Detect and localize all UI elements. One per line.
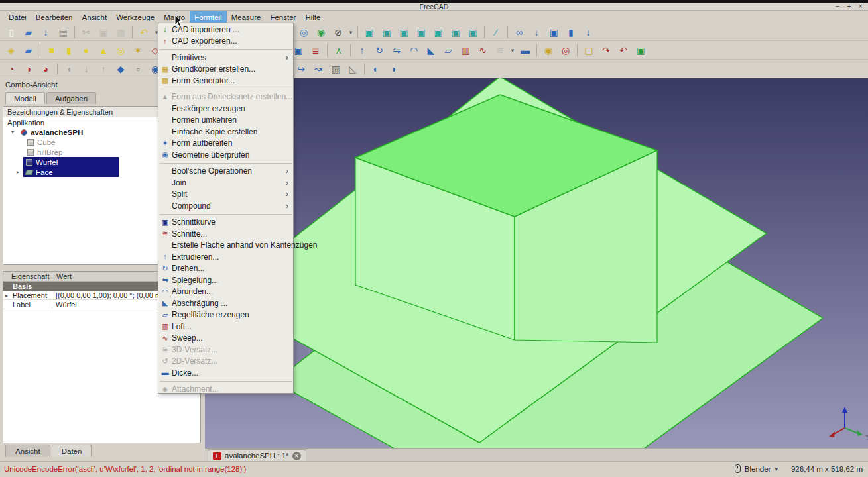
refine-shape-button[interactable]: ◎ bbox=[558, 43, 574, 58]
primitive-sphere-button[interactable]: ● bbox=[78, 43, 94, 58]
open-document-button[interactable]: ▰ bbox=[21, 25, 36, 40]
3d-viewport[interactable]: Y F avalancheSPH : 1* ✕ bbox=[205, 78, 868, 461]
primitive-torus-button[interactable]: ◎ bbox=[113, 43, 129, 58]
minimize-button[interactable]: − bbox=[836, 2, 839, 10]
draw-style-options-chevron-icon[interactable]: ▾ bbox=[347, 25, 355, 40]
offset-options-chevron-icon[interactable]: ▾ bbox=[509, 43, 517, 58]
menu-item-geometrie-berpr-fen[interactable]: ◉Geometrie überprüfen bbox=[158, 149, 293, 161]
boolean-cut-button[interactable]: ◐ bbox=[368, 62, 384, 76]
menubar-item-bearbeiten[interactable]: Bearbeiten bbox=[31, 11, 78, 24]
ruled-surface-button[interactable]: ▱ bbox=[440, 43, 456, 58]
measure-distance-button[interactable]: ∕ bbox=[488, 25, 504, 40]
tab-aufgaben[interactable]: Aufgaben bbox=[46, 92, 96, 104]
view-zoom-button[interactable]: ◉ bbox=[313, 25, 329, 40]
menu-item-attachment[interactable]: ◈Attachment... bbox=[158, 384, 293, 396]
offset-2d-button[interactable]: ↪ bbox=[293, 62, 309, 76]
menu-item-2d-versatz[interactable]: ↺2D-Versatz... bbox=[158, 356, 293, 368]
export-mesh-button[interactable]: ↑ bbox=[95, 62, 111, 76]
part-solid-button[interactable]: ◆ bbox=[113, 62, 129, 76]
close-button[interactable]: × bbox=[859, 2, 863, 10]
menubar-item-hilfe[interactable]: Hilfe bbox=[300, 11, 325, 24]
menubar-item-fenster[interactable]: Fenster bbox=[265, 11, 300, 24]
document-tab-close-icon[interactable]: ✕ bbox=[292, 452, 301, 460]
expand-caret-icon[interactable]: ▸ bbox=[5, 293, 8, 299]
tree-caret-icon[interactable]: ▾ bbox=[11, 129, 14, 135]
menubar-item-datei[interactable]: Datei bbox=[4, 11, 31, 24]
view-left-button[interactable]: ▣ bbox=[465, 25, 481, 40]
menu-item-3d-versatz[interactable]: ≋3D-Versatz... bbox=[158, 344, 293, 356]
menu-item-split[interactable]: Split› bbox=[158, 189, 293, 201]
document-tab[interactable]: F avalancheSPH : 1* ✕ bbox=[208, 449, 306, 462]
tree-caret-icon[interactable]: ▸ bbox=[17, 169, 19, 175]
menu-item-loft[interactable]: ▥Loft... bbox=[158, 321, 293, 333]
intersection-curve-button[interactable]: ⋏ bbox=[331, 43, 347, 58]
primitive-cylinder-button[interactable]: ▮ bbox=[61, 43, 77, 58]
remove-hole-button[interactable]: ↷ bbox=[598, 43, 614, 58]
primitive-box-button[interactable]: ■ bbox=[44, 43, 60, 58]
menu-item-schnittkurve[interactable]: ▣Schnittkurve bbox=[158, 217, 293, 229]
menu-item-abschr-gung[interactable]: ◣Abschrägung ... bbox=[158, 297, 293, 309]
selection-bbox-button[interactable]: ▫ bbox=[130, 62, 146, 76]
menu-item-erstelle-fl-che-anhand-von-kantenz-gen[interactable]: Erstelle Fläche anhand von Kantenzügen bbox=[158, 240, 293, 252]
boolean-union-button[interactable]: ◑ bbox=[385, 62, 401, 76]
tab-daten[interactable]: Daten bbox=[52, 445, 92, 457]
menu-item-grundk-rper-erstellen[interactable]: ▦Grundkörper erstellen... bbox=[158, 64, 293, 76]
menu-item-form-aus-dreiecksnetz-erstellen[interactable]: ▲Form aus Dreiecksnetz erstellen... bbox=[158, 91, 293, 103]
part-open-button[interactable]: ▰ bbox=[21, 43, 36, 58]
menu-item-drehen[interactable]: ↻Drehen... bbox=[158, 263, 293, 275]
menu-item-primitives[interactable]: Primitives› bbox=[158, 52, 293, 64]
import-mesh-button[interactable]: ↓ bbox=[78, 62, 94, 76]
menubar-item-measure[interactable]: Measure bbox=[227, 11, 266, 24]
view-axonometric-button[interactable]: ▣ bbox=[361, 25, 377, 40]
scale-shape-button[interactable]: ▨ bbox=[328, 62, 343, 76]
persistent-section-button[interactable]: ◕ bbox=[38, 62, 54, 76]
tab-ansicht[interactable]: Ansicht bbox=[5, 445, 50, 457]
menu-item-spiegelung[interactable]: ⇋Spiegelung... bbox=[158, 274, 293, 286]
view-bottom-button[interactable]: ▣ bbox=[448, 25, 464, 40]
draw-style-button[interactable]: ⊘ bbox=[330, 25, 346, 40]
menu-item-sweep[interactable]: ∿Sweep... bbox=[158, 333, 293, 344]
menu-item-formen-umkehren[interactable]: Formen umkehren bbox=[158, 115, 293, 127]
chevron-down-icon[interactable]: ▾ bbox=[775, 466, 778, 472]
draft-angle-button[interactable]: ◺ bbox=[345, 62, 361, 76]
copy-button[interactable]: ▣ bbox=[95, 25, 111, 40]
menu-item-extrudieren[interactable]: ↑Extrudieren... bbox=[158, 251, 293, 263]
save-document-button[interactable]: ↓ bbox=[38, 25, 54, 40]
nav-style-selector[interactable]: Blender bbox=[745, 465, 771, 473]
menu-item-regelfl-che-erzeugen[interactable]: ▱Regelfläche erzeugen bbox=[158, 309, 293, 321]
measure-linear-button[interactable]: ↓ bbox=[528, 25, 544, 40]
menu-item-schnitte[interactable]: ≋Schnitte... bbox=[158, 228, 293, 240]
stereo-view-button[interactable]: ∞ bbox=[511, 25, 527, 40]
print-button[interactable]: ▤ bbox=[55, 25, 71, 40]
menu-item-bool-sche-operationen[interactable]: Bool'sche Operationen› bbox=[158, 166, 293, 178]
measure-clear-button[interactable]: ▮ bbox=[563, 25, 579, 40]
menu-item-abrunden[interactable]: ◠Abrunden... bbox=[158, 286, 293, 298]
ghost-view-button[interactable]: ◖ bbox=[61, 62, 77, 76]
undo-button[interactable]: ↶ bbox=[136, 25, 152, 40]
fillet-button[interactable]: ◠ bbox=[406, 43, 422, 58]
boolean-operations-button[interactable]: ≣ bbox=[308, 43, 324, 58]
menu-item-compound[interactable]: Compound› bbox=[158, 200, 293, 212]
cross-sections-button[interactable]: ◑ bbox=[21, 62, 36, 76]
defeaturing-button[interactable]: ▢ bbox=[581, 43, 597, 58]
view-rear-button[interactable]: ▣ bbox=[430, 25, 446, 40]
clip-plane-button[interactable]: ◔ bbox=[3, 62, 19, 76]
loft-button[interactable]: ▥ bbox=[458, 43, 473, 58]
view-front-button[interactable]: ▣ bbox=[379, 25, 395, 40]
view-right-button[interactable]: ▣ bbox=[413, 25, 429, 40]
primitives-dialog-button[interactable]: ✶ bbox=[130, 43, 146, 58]
view-top-button[interactable]: ▣ bbox=[396, 25, 412, 40]
sweep-button[interactable]: ∿ bbox=[475, 43, 491, 58]
measure-refresh-button[interactable]: ▣ bbox=[546, 25, 562, 40]
menubar-item-ansicht[interactable]: Ansicht bbox=[77, 11, 111, 24]
offset-3d-button[interactable]: ≋ bbox=[492, 43, 508, 58]
menu-item-form-aufbereiten[interactable]: ✶Form aufbereiten bbox=[158, 138, 293, 150]
add-feature-button[interactable]: ↶ bbox=[615, 43, 631, 58]
mirror-button[interactable]: ⇋ bbox=[389, 43, 404, 58]
paste-button[interactable]: ▦ bbox=[113, 25, 129, 40]
part-workbench-button[interactable]: ◈ bbox=[3, 43, 19, 58]
menu-item-form-generator[interactable]: ▩Form-Generator... bbox=[158, 75, 293, 87]
cut-button[interactable]: ✂ bbox=[78, 25, 94, 40]
primitive-cone-button[interactable]: ▲ bbox=[95, 43, 111, 58]
tab-modell[interactable]: Modell bbox=[5, 92, 45, 104]
